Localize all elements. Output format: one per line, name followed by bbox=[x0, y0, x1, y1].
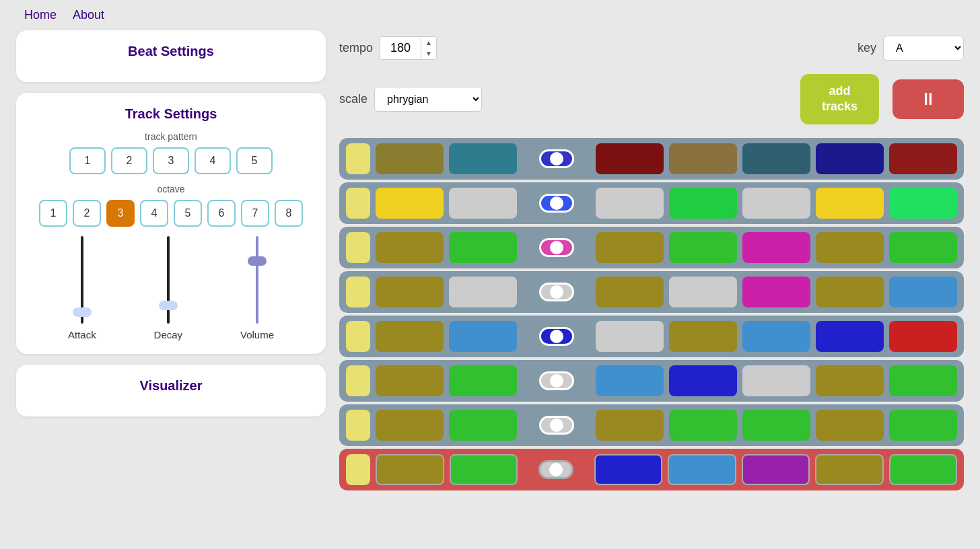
track-cell-7-4[interactable] bbox=[522, 410, 590, 441]
track-cell-3-8[interactable] bbox=[816, 232, 884, 263]
track-cell-6-4[interactable] bbox=[522, 365, 590, 396]
track-cell-1-7[interactable] bbox=[742, 143, 810, 174]
track-cell-1-5[interactable] bbox=[596, 143, 664, 174]
track-cell-7-1[interactable] bbox=[346, 410, 370, 441]
tempo-down[interactable]: ▼ bbox=[421, 48, 436, 59]
track-cell-7-2[interactable] bbox=[376, 410, 444, 441]
key-select[interactable]: A B C D E F G bbox=[883, 36, 964, 61]
track-cell-5-9[interactable] bbox=[889, 321, 957, 352]
track-cell-4-7[interactable] bbox=[742, 277, 810, 307]
track-cell-5-3[interactable] bbox=[449, 321, 517, 352]
track-cell-6-6[interactable] bbox=[669, 365, 737, 396]
track-cell-1-1[interactable] bbox=[346, 143, 370, 174]
track-cell-8-3[interactable] bbox=[450, 454, 518, 485]
tempo-up[interactable]: ▲ bbox=[421, 38, 436, 48]
track-cell-3-1[interactable] bbox=[346, 232, 370, 263]
track-cell-8-8[interactable] bbox=[815, 454, 884, 485]
scale-select[interactable]: phrygian major minor dorian mixolydian l… bbox=[374, 87, 482, 112]
track-cell-1-2[interactable] bbox=[376, 143, 444, 174]
octave-btn-3[interactable]: 3 bbox=[106, 200, 135, 227]
track-cell-6-2[interactable] bbox=[376, 365, 444, 396]
toggle-off-4[interactable] bbox=[539, 283, 574, 301]
track-cell-6-9[interactable] bbox=[889, 365, 957, 396]
pattern-btn-5[interactable]: 5 bbox=[236, 147, 273, 174]
tempo-input[interactable] bbox=[380, 37, 421, 59]
track-cell-5-6[interactable] bbox=[669, 321, 737, 352]
toggle-off-8[interactable] bbox=[538, 460, 573, 479]
track-cell-2-7[interactable] bbox=[742, 188, 810, 219]
track-cell-6-8[interactable] bbox=[816, 365, 884, 396]
pause-button[interactable]: ⏸ bbox=[893, 79, 964, 119]
pattern-btn-1[interactable]: 1 bbox=[69, 147, 106, 174]
track-cell-2-6[interactable] bbox=[669, 188, 737, 219]
track-cell-1-4[interactable] bbox=[522, 143, 590, 174]
toggle-off-6[interactable] bbox=[539, 371, 574, 390]
track-cell-2-9[interactable] bbox=[889, 188, 957, 219]
track-cell-2-1[interactable] bbox=[346, 188, 370, 219]
track-cell-6-5[interactable] bbox=[596, 365, 664, 396]
volume-slider-track[interactable] bbox=[252, 236, 262, 324]
track-cell-1-9[interactable] bbox=[889, 143, 957, 174]
track-cell-1-3[interactable] bbox=[449, 143, 517, 174]
track-cell-3-6[interactable] bbox=[669, 232, 737, 263]
track-cell-8-7[interactable] bbox=[742, 454, 810, 485]
track-cell-3-5[interactable] bbox=[596, 232, 664, 263]
track-cell-7-7[interactable] bbox=[742, 410, 810, 441]
decay-slider-track[interactable] bbox=[163, 236, 174, 324]
track-cell-6-1[interactable] bbox=[346, 365, 370, 396]
track-cell-7-3[interactable] bbox=[449, 410, 517, 441]
track-cell-3-7[interactable] bbox=[742, 232, 810, 263]
track-cell-7-6[interactable] bbox=[669, 410, 737, 441]
attack-slider-track[interactable] bbox=[77, 236, 88, 324]
track-cell-7-8[interactable] bbox=[816, 410, 884, 441]
octave-btn-2[interactable]: 2 bbox=[73, 200, 101, 227]
track-cell-4-5[interactable] bbox=[596, 277, 664, 307]
toggle-off-7[interactable] bbox=[539, 416, 574, 435]
track-cell-2-5[interactable] bbox=[596, 188, 664, 219]
track-cell-5-1[interactable] bbox=[346, 321, 370, 352]
volume-slider-thumb[interactable] bbox=[248, 256, 267, 266]
track-cell-8-4[interactable] bbox=[523, 454, 589, 485]
track-cell-5-7[interactable] bbox=[742, 321, 810, 352]
track-cell-1-6[interactable] bbox=[669, 143, 737, 174]
track-cell-4-9[interactable] bbox=[889, 277, 957, 307]
track-cell-8-5[interactable] bbox=[594, 454, 663, 485]
track-cell-5-2[interactable] bbox=[376, 321, 444, 352]
track-cell-7-9[interactable] bbox=[889, 410, 957, 441]
track-cell-4-4[interactable] bbox=[522, 277, 590, 307]
track-cell-4-1[interactable] bbox=[346, 277, 370, 307]
track-cell-5-8[interactable] bbox=[816, 321, 884, 352]
track-cell-4-3[interactable] bbox=[449, 277, 517, 307]
decay-slider-thumb[interactable] bbox=[159, 301, 178, 310]
track-cell-3-3[interactable] bbox=[449, 232, 517, 263]
pattern-btn-2[interactable]: 2 bbox=[111, 147, 147, 174]
track-cell-6-7[interactable] bbox=[742, 365, 810, 396]
track-cell-8-9[interactable] bbox=[889, 454, 958, 485]
track-cell-2-8[interactable] bbox=[816, 188, 884, 219]
toggle-on-1[interactable] bbox=[539, 149, 574, 168]
track-cell-2-2[interactable] bbox=[376, 188, 444, 219]
octave-btn-4[interactable]: 4 bbox=[140, 200, 168, 227]
track-cell-4-2[interactable] bbox=[376, 277, 444, 307]
track-cell-5-4[interactable] bbox=[522, 321, 590, 352]
track-cell-3-2[interactable] bbox=[376, 232, 444, 263]
track-cell-4-8[interactable] bbox=[816, 277, 884, 307]
nav-home[interactable]: Home bbox=[24, 8, 57, 22]
track-cell-3-4[interactable] bbox=[522, 232, 590, 263]
track-cell-8-2[interactable] bbox=[376, 454, 444, 485]
attack-slider-thumb[interactable] bbox=[73, 307, 92, 317]
octave-btn-5[interactable]: 5 bbox=[174, 200, 202, 227]
track-cell-1-8[interactable] bbox=[816, 143, 884, 174]
track-cell-4-6[interactable] bbox=[669, 277, 737, 307]
octave-btn-7[interactable]: 7 bbox=[241, 200, 269, 227]
add-tracks-button[interactable]: add tracks bbox=[800, 74, 879, 124]
octave-btn-6[interactable]: 6 bbox=[207, 200, 236, 227]
toggle-off-3[interactable] bbox=[539, 238, 574, 257]
track-cell-7-5[interactable] bbox=[596, 410, 664, 441]
track-cell-5-5[interactable] bbox=[596, 321, 664, 352]
octave-btn-1[interactable]: 1 bbox=[39, 200, 67, 227]
nav-about[interactable]: About bbox=[73, 8, 104, 22]
track-cell-2-3[interactable] bbox=[449, 188, 517, 219]
track-cell-8-1[interactable] bbox=[346, 454, 370, 485]
track-cell-3-9[interactable] bbox=[889, 232, 957, 263]
